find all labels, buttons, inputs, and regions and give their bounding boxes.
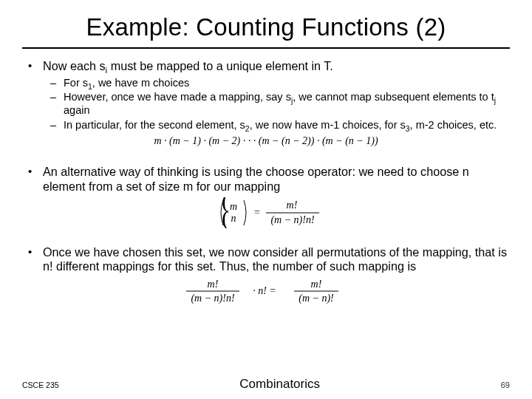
bullet-text: For s1, we have m choices	[64, 77, 508, 90]
text-run: , we now have m-1 choices, for s	[250, 119, 406, 131]
svg-text:(m − n)!: (m − n)!	[299, 293, 334, 304]
svg-text:m!: m!	[287, 200, 298, 211]
text-run: must be mapped to a unique element in T.	[107, 59, 333, 72]
formula-product: m · (m − 1) · (m − 2) · · · (m − (n − 2)…	[24, 134, 508, 152]
text-run: For s	[64, 77, 88, 89]
slide: Example: Counting Functions (2) • Now ea…	[0, 0, 532, 399]
slide-title: Example: Counting Functions (2)	[22, 13, 510, 47]
svg-text:(m − n)!n!: (m − n)!n!	[191, 293, 235, 304]
formula-text: m · (m − 1) · (m − 2) · · · (m − (n − 2)…	[154, 135, 378, 147]
formula-result: m! (m − n)!n! · n! = m! (m − n)!	[24, 277, 508, 310]
subscript: j	[494, 97, 496, 105]
bullet-marker: –	[24, 119, 64, 132]
svg-text:m!: m!	[311, 279, 322, 290]
text-run: In particular, for the second element, s	[64, 119, 245, 131]
bullet-marker: •	[24, 165, 43, 194]
footer-course: CSCE 235	[22, 381, 59, 389]
text-run: , m-2 choices, etc.	[410, 119, 497, 131]
svg-text:m!: m!	[208, 279, 219, 290]
bullet-level1: • Once we have chosen this set, we now c…	[24, 245, 508, 275]
slide-footer: CSCE 235 Combinatorics 69	[22, 377, 510, 392]
text-run: , we have m choices	[92, 77, 189, 89]
slide-body: • Now each si must be mapped to a unique…	[22, 59, 510, 310]
bullet-level1: • Now each si must be mapped to a unique…	[24, 59, 508, 74]
bullet-level2: – However, once we have made a mapping, …	[24, 91, 508, 117]
bullet-level2: – In particular, for the second element,…	[24, 119, 508, 132]
bullet-marker: –	[24, 77, 64, 90]
bullet-text: An alternative way of thinking is using …	[43, 165, 508, 194]
text-run: However, once we have made a mapping, sa…	[64, 91, 291, 103]
bullet-text: In particular, for the second element, s…	[64, 119, 508, 132]
bullet-text: However, once we have made a mapping, sa…	[64, 91, 508, 117]
svg-text:· n! =: · n! =	[253, 285, 276, 296]
svg-text:n: n	[231, 213, 236, 224]
bullet-marker: •	[24, 245, 43, 275]
text-run: again	[64, 104, 89, 116]
svg-text:=: =	[254, 207, 260, 218]
bullet-text: Now each si must be mapped to a unique e…	[43, 59, 508, 74]
bullet-level1: • An alternative way of thinking is usin…	[24, 165, 508, 194]
svg-text:(m − n)!n!: (m − n)!n!	[270, 214, 315, 226]
bullet-marker: –	[24, 91, 64, 117]
formula-binomial: ( ( m n = m! (m − n)!n!	[24, 197, 508, 232]
footer-topic: Combinatorics	[59, 377, 501, 392]
bullet-level2: – For s1, we have m choices	[24, 77, 508, 90]
bullet-marker: •	[24, 59, 43, 74]
text-run: , we cannot map subsequent elements to t	[293, 91, 494, 103]
footer-page-number: 69	[501, 381, 510, 389]
title-underline	[22, 47, 510, 49]
text-run: Now each s	[43, 59, 106, 72]
svg-text:m: m	[230, 201, 237, 212]
bullet-text: Once we have chosen this set, we now con…	[43, 245, 508, 275]
